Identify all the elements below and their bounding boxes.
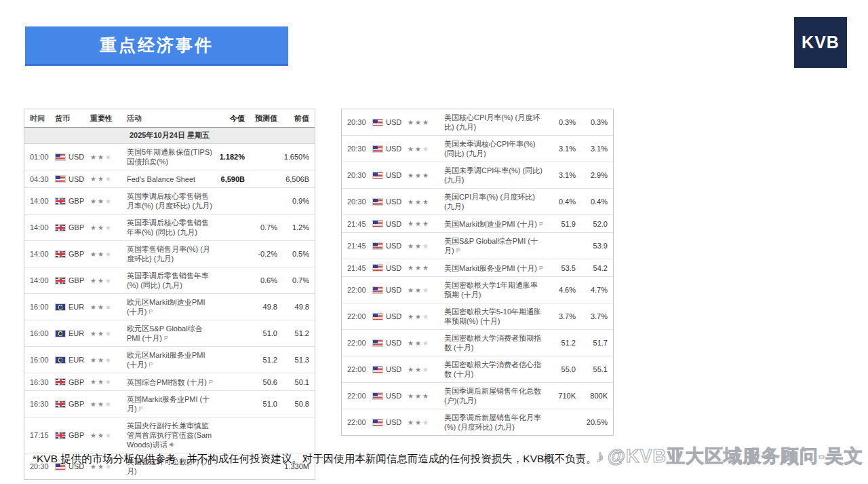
importance-stars: ★★★ xyxy=(88,149,125,166)
table-row[interactable]: 20:30USD★★★美国CPI月率(%) (月度环比) (九月)0.4%0.4… xyxy=(342,189,613,215)
table-row[interactable]: 04:30USD★★★Fed's Balance Sheet6,590B6,50… xyxy=(24,170,315,188)
star-empty-icon: ★ xyxy=(422,145,430,153)
event-previous-value: 49.8 xyxy=(279,299,315,315)
star-empty-icon: ★ xyxy=(422,242,430,250)
star-empty-icon: ★ xyxy=(105,432,113,439)
eu-flag-icon xyxy=(55,330,66,337)
table-row[interactable]: 22:00USD★★★美国密歇根大学5-10年期通胀率预期(%) (十月)3.7… xyxy=(342,303,613,330)
star-empty-icon: ★ xyxy=(105,378,113,386)
table-row[interactable]: 20:30USD★★★美国未季调CPI年率(%) (同比) (九月)3.1%2.… xyxy=(342,162,613,189)
importance-stars: ★★★ xyxy=(406,167,442,184)
event-time: 16:00 xyxy=(24,325,53,341)
event-currency: USD xyxy=(370,282,406,298)
event-actual-value xyxy=(216,379,247,386)
calendar-date-row: 2025年10月24日 星期五 xyxy=(24,128,315,144)
table-row[interactable]: 21:45USD★★★美国S&P Global综合PMI (十月)P53.9 xyxy=(342,233,613,259)
event-previous-value: 20.5% xyxy=(578,414,613,430)
event-currency: USD xyxy=(370,216,406,232)
preliminary-icon: P xyxy=(164,335,168,341)
table-row[interactable]: 14:00GBP★★★英国季调后核心零售销售年率(%) (同比) (九月)0.7… xyxy=(24,215,315,241)
event-time: 20:30 xyxy=(342,167,370,183)
star-empty-icon: ★ xyxy=(105,401,113,408)
event-previous-value: 0.7% xyxy=(279,272,315,288)
importance-stars: ★★★ xyxy=(406,141,442,157)
event-time: 16:30 xyxy=(24,396,53,412)
importance-stars: ★★★ xyxy=(406,215,442,232)
currency-code: USD xyxy=(386,338,401,348)
header-currency: 货币 xyxy=(53,109,88,127)
star-empty-icon: ★ xyxy=(422,286,430,294)
star-filled-icon: ★ xyxy=(415,286,422,294)
watermark: ♪@KVB亚大区域服务顾问-吴文 xyxy=(595,444,863,468)
importance-stars: ★★★ xyxy=(406,361,442,378)
kvb-logo: KVB xyxy=(794,17,847,68)
table-row[interactable]: 16:00EUR★★★欧元区Markit制造业PMI (十月)P49.849.8 xyxy=(24,294,315,320)
table-row[interactable]: 17:15GBP★★★英国央行副行长兼审慎监管局首席执行官伍兹(Sam Wood… xyxy=(24,417,315,453)
importance-stars: ★★★ xyxy=(406,238,442,255)
table-row[interactable]: 16:30GBP★★★英国综合PMI指数 (十月)P50.650.1 xyxy=(24,373,315,391)
currency-code: EUR xyxy=(68,329,84,338)
importance-stars: ★★★ xyxy=(88,246,125,263)
table-row[interactable]: 14:00GBP★★★英国季调后零售销售年率(%) (同比) (九月)0.6%0… xyxy=(24,267,315,294)
event-forecast-value: 3.1% xyxy=(545,141,578,157)
importance-stars: ★★★ xyxy=(406,114,442,131)
preliminary-icon: P xyxy=(149,308,153,315)
economic-calendar-left: 时间 货币 重要性 活动 今值 预测值 前值 2025年10月24日 星期五 0… xyxy=(24,109,315,480)
gb-flag-icon xyxy=(55,250,66,258)
table-row[interactable]: 22:00USD★★★美国密歇根大学1年期通胀率预期 (十月)4.6%4.7% xyxy=(342,277,613,303)
table-row[interactable]: 14:00GBP★★★英国零售销售月率(%) (月度环比) (九月)-0.2%0… xyxy=(24,241,315,267)
importance-stars: ★★★ xyxy=(88,193,125,210)
importance-stars: ★★★ xyxy=(88,325,125,342)
star-filled-icon: ★ xyxy=(422,172,430,179)
star-filled-icon: ★ xyxy=(98,432,105,439)
event-activity: 英国季调后核心零售销售年率(%) (同比) (九月) xyxy=(125,215,216,240)
table-row[interactable]: 22:00USD★★★美国季调后新屋销售年化总数 (户)(九月)710K800K xyxy=(342,383,613,409)
table-row[interactable]: 16:30GBP★★★英国Markit服务业PMI (十月)P51.050.8 xyxy=(24,391,315,417)
table-row[interactable]: 14:00GBP★★★英国季调后核心零售销售月率(%) (月度环比) (九月)0… xyxy=(24,188,315,215)
header-previous: 前值 xyxy=(279,109,315,127)
star-filled-icon: ★ xyxy=(98,303,105,311)
preliminary-icon: P xyxy=(209,379,213,386)
event-currency: USD xyxy=(370,308,406,324)
header-activity: 活动 xyxy=(125,109,216,127)
preliminary-icon: P xyxy=(456,247,460,254)
table-row[interactable]: 21:45USD★★★美国Markit服务业PMI (十月)P53.554.2 xyxy=(342,259,613,277)
importance-stars: ★★★ xyxy=(406,335,442,352)
event-forecast-value: 51.0 xyxy=(247,325,279,341)
table-row[interactable]: 22:00USD★★★美国密歇根大学消费者预期指数 (十月)51.251.7 xyxy=(342,330,613,356)
event-previous-value: 50.8 xyxy=(279,396,315,412)
table-row[interactable]: 22:00USD★★★美国季调后新屋销售年化月率(%) (月度环比) (九月)2… xyxy=(342,409,613,435)
event-currency: USD xyxy=(370,388,406,404)
event-currency: USD xyxy=(370,141,406,157)
event-previous-value: 1.2% xyxy=(279,219,315,236)
event-activity: 美国Markit服务业PMI (十月)P xyxy=(442,260,545,276)
event-previous-value: 0.5% xyxy=(279,246,315,262)
event-activity-text: 英国综合PMI指数 (十月) xyxy=(127,378,207,386)
star-filled-icon: ★ xyxy=(408,242,415,250)
calendar-header-row: 时间 货币 重要性 活动 今值 预测值 前值 xyxy=(24,109,315,128)
table-row[interactable]: 16:00EUR★★★欧元区S&P Global综合PMI (十月)P51.05… xyxy=(24,320,315,347)
table-row[interactable]: 20:30USD★★★美国未季调核心CPI年率(%) (同比) (九月)3.1%… xyxy=(342,136,613,162)
preliminary-icon: P xyxy=(539,221,543,227)
table-row[interactable]: 21:45USD★★★美国Markit制造业PMI (十月)P51.952.0 xyxy=(342,215,613,233)
event-forecast-value: 0.4% xyxy=(545,193,578,210)
event-actual-value xyxy=(216,401,247,407)
event-time: 21:45 xyxy=(342,216,370,232)
table-row[interactable]: 16:00EUR★★★欧元区Markit服务业PMI (十月)P51.251.3 xyxy=(24,347,315,373)
event-time: 22:00 xyxy=(342,388,370,404)
page-title: 重点经济事件 xyxy=(100,34,214,56)
star-empty-icon: ★ xyxy=(422,419,430,426)
star-empty-icon: ★ xyxy=(105,175,113,183)
star-filled-icon: ★ xyxy=(90,153,98,161)
event-previous-value: 51.2 xyxy=(279,325,315,341)
table-row[interactable]: 01:00USD★★★美国5年期通胀保值(TIPS)国债拍卖(%)1.182%1… xyxy=(24,144,315,170)
table-row[interactable]: 20:30USD★★★美国核心CPI月率(%) (月度环比) (九月)0.3%0… xyxy=(342,109,613,136)
event-previous-value: 55.1 xyxy=(578,361,613,377)
currency-code: USD xyxy=(386,365,401,374)
event-currency: USD xyxy=(370,238,406,254)
event-forecast-value xyxy=(545,419,578,426)
currency-code: USD xyxy=(386,219,401,229)
us-flag-icon xyxy=(372,419,383,426)
event-activity-text: 美国核心CPI月率(%) (月度环比) (九月) xyxy=(444,113,540,131)
table-row[interactable]: 22:00USD★★★美国密歇根大学消费者信心指数 (十月)55.055.1 xyxy=(342,356,613,383)
